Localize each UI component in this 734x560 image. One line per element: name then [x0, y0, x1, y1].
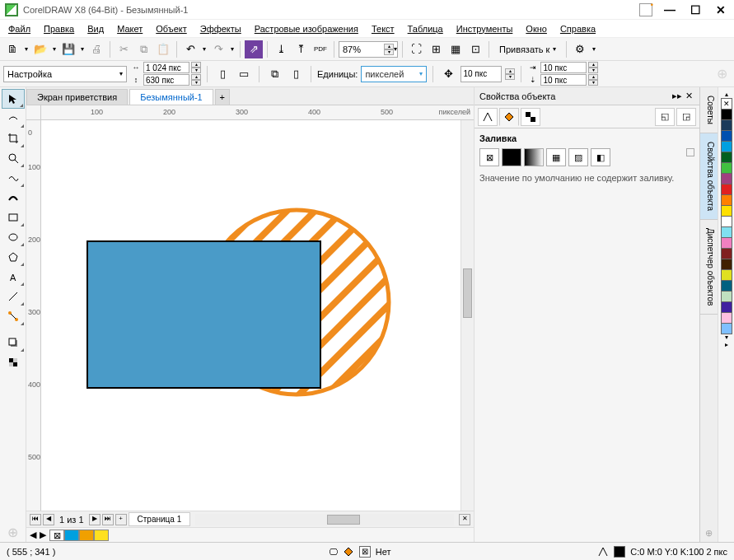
text-tool[interactable]: A — [2, 267, 25, 287]
crop-tool[interactable] — [2, 128, 25, 148]
palette-none[interactable]: ⊠ — [49, 530, 64, 541]
docker-add[interactable]: ⊕ — [700, 525, 718, 542]
palette-menu[interactable]: ▸ — [725, 341, 728, 348]
color-swatch[interactable] — [721, 173, 732, 184]
portrait-button[interactable]: ▯ — [213, 65, 231, 83]
color-swatch[interactable] — [721, 152, 732, 163]
color-swatch[interactable] — [721, 248, 732, 259]
pdf-button[interactable]: PDF — [311, 40, 330, 58]
tab-doc[interactable]: Безымянный-1 — [129, 89, 213, 105]
palette-swatch[interactable] — [79, 530, 94, 541]
palette-down[interactable]: ▾ — [725, 334, 728, 341]
status-proof-icon[interactable]: 🖵 — [329, 547, 338, 557]
rectangle-shape[interactable] — [86, 240, 321, 389]
zoom-input[interactable] — [343, 44, 384, 54]
copy-button[interactable]: ⧉ — [134, 40, 152, 58]
menu-window[interactable]: Окно — [526, 24, 547, 34]
close-button[interactable]: ✕ — [716, 3, 726, 16]
new-button[interactable]: 🗎 — [3, 40, 21, 58]
open-dropdown[interactable]: ▾ — [51, 45, 58, 53]
menu-file[interactable]: Файл — [8, 24, 30, 34]
guides-button[interactable]: ⊡ — [466, 40, 484, 58]
canvas[interactable] — [41, 120, 461, 511]
nav-toggle[interactable]: ✕ — [459, 514, 470, 525]
next-page[interactable]: ▶ — [89, 514, 101, 525]
menu-view[interactable]: Вид — [87, 24, 104, 34]
shape-tool[interactable] — [2, 109, 25, 128]
color-swatch[interactable] — [721, 130, 732, 142]
pick-tool[interactable] — [2, 89, 25, 109]
menu-edit[interactable]: Правка — [44, 24, 74, 34]
panel-tab-transparency[interactable] — [521, 108, 540, 126]
menu-help[interactable]: Справка — [560, 24, 596, 34]
color-swatch[interactable] — [721, 184, 732, 195]
maximize-button[interactable]: ☐ — [690, 3, 701, 16]
rulers-button[interactable]: ⊞ — [427, 40, 445, 58]
new-dropdown[interactable]: ▾ — [23, 45, 30, 53]
color-swatch[interactable] — [721, 194, 732, 206]
ellipse-tool[interactable] — [2, 227, 25, 247]
status-fill-swatch[interactable]: ⊠ — [359, 546, 371, 558]
add-page[interactable]: + — [115, 514, 127, 525]
panel-tab-summary1[interactable]: ◱ — [655, 108, 675, 126]
palette-right[interactable]: ▶ — [40, 530, 49, 540]
palette-swatch[interactable] — [94, 530, 109, 541]
dropshadow-tool[interactable] — [2, 333, 25, 352]
panel-expand[interactable]: ▸▸ — [671, 91, 683, 101]
zoom-up[interactable]: ▴ — [384, 44, 394, 49]
horizontal-scrollbar[interactable] — [195, 514, 454, 525]
color-swatch[interactable] — [721, 119, 732, 131]
tab-add[interactable]: + — [215, 89, 230, 105]
palette-up[interactable]: ▴ — [725, 91, 728, 98]
panel-tab-outline[interactable] — [478, 108, 498, 126]
grid-button[interactable]: ▦ — [446, 40, 465, 58]
save-dropdown[interactable]: ▾ — [79, 45, 86, 53]
user-badge-icon[interactable] — [639, 3, 652, 16]
redo-dropdown[interactable]: ▾ — [229, 45, 236, 53]
panel-close[interactable]: ✕ — [683, 91, 694, 101]
all-pages-button[interactable]: ⧉ — [265, 65, 283, 83]
fill-postscript-button[interactable]: ◧ — [591, 148, 610, 166]
horizontal-ruler[interactable]: 100 200 300 400 500 пикселей — [26, 105, 474, 120]
undo-dropdown[interactable]: ▾ — [201, 45, 208, 53]
menu-tools[interactable]: Инструменты — [456, 24, 513, 34]
fill-pattern-button[interactable]: ▦ — [546, 148, 566, 166]
color-swatch[interactable] — [721, 280, 732, 292]
dupx-input[interactable] — [540, 62, 587, 73]
docker-tab-objmgr[interactable]: Диспетчер объектов — [700, 220, 718, 315]
preset-input[interactable] — [7, 69, 119, 79]
print-button[interactable]: 🖨 — [87, 40, 105, 58]
paste-button[interactable]: 📋 — [154, 40, 172, 58]
docker-tab-props[interactable]: Свойства объекта — [700, 133, 718, 220]
color-swatch[interactable] — [721, 237, 732, 249]
color-swatch[interactable] — [721, 323, 732, 334]
open-button[interactable]: 📂 — [31, 40, 49, 58]
color-swatch[interactable] — [721, 109, 732, 120]
vertical-ruler[interactable]: 0 100 200 300 400 500 — [26, 120, 41, 511]
color-swatch[interactable] — [721, 259, 732, 270]
height-input[interactable] — [143, 74, 189, 86]
menu-layout[interactable]: Макет — [117, 24, 143, 34]
menu-object[interactable]: Объект — [156, 24, 186, 34]
redo-button[interactable]: ↷ — [209, 40, 227, 58]
first-page[interactable]: ⏮ — [30, 514, 41, 525]
landscape-button[interactable]: ▭ — [235, 65, 253, 83]
connector-tool[interactable] — [2, 306, 25, 326]
freehand-tool[interactable] — [2, 168, 25, 188]
color-swatch[interactable] — [721, 312, 732, 324]
add-tool[interactable]: ⊕ — [2, 522, 25, 542]
menu-bitmap[interactable]: Растровые изображения — [255, 24, 358, 34]
color-swatch[interactable] — [721, 205, 732, 217]
color-swatch[interactable] — [721, 269, 732, 281]
menu-text[interactable]: Текст — [372, 24, 395, 34]
units-combo[interactable]: пикселей▾ — [361, 66, 427, 82]
artistic-tool[interactable] — [2, 188, 25, 208]
fill-none-button[interactable]: ⊠ — [479, 148, 499, 166]
palette-left[interactable]: ◀ — [30, 530, 40, 540]
prev-page[interactable]: ◀ — [43, 514, 54, 525]
preset-combo[interactable]: ▾ — [3, 66, 127, 82]
fill-fountain-button[interactable] — [524, 148, 544, 166]
vertical-scrollbar[interactable] — [461, 120, 474, 511]
fill-uniform-button[interactable] — [502, 148, 521, 166]
polygon-tool[interactable] — [2, 247, 25, 267]
